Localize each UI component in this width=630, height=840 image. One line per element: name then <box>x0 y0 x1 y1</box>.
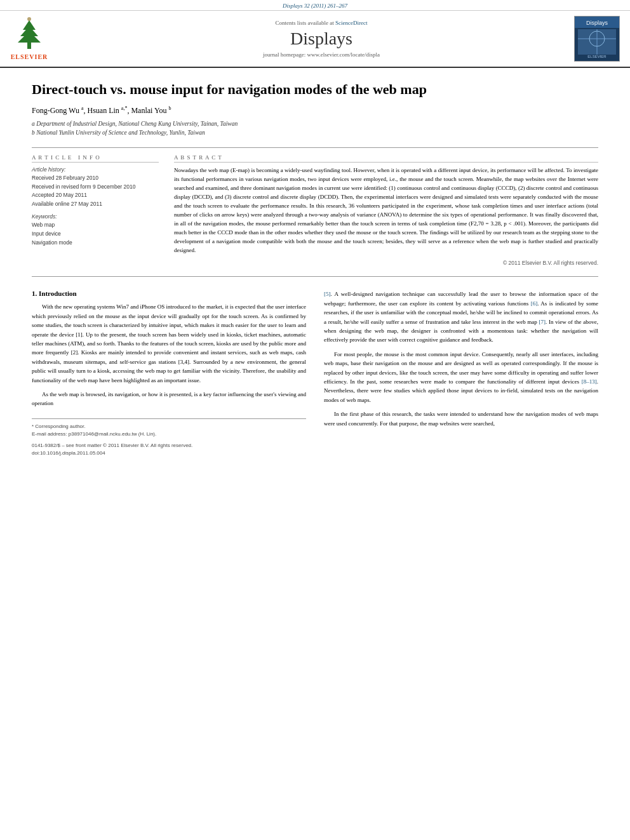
footnote-email: E-mail address: p38971046@mail.ncku.edu.… <box>32 430 306 438</box>
author-names: Fong-Gong Wu a, Hsuan Lin a,*, Manlai Yo… <box>32 106 171 115</box>
accepted-date: Accepted 20 May 2011 <box>32 191 159 200</box>
elsevier-text: ELSEVIER <box>11 53 48 60</box>
article-info-column: A R T I C L E I N F O Article history: R… <box>32 154 159 266</box>
elsevier-logo-area: ELSEVIER <box>10 16 86 62</box>
elsevier-logo: ELSEVIER <box>10 17 48 60</box>
section1-title: 1. Introduction <box>32 290 306 297</box>
journal-header: ELSEVIER Contents lists available at Sci… <box>0 11 630 68</box>
ref-5: [5] <box>324 291 331 297</box>
keyword-1: Web map <box>32 221 159 230</box>
sciencedirect-link[interactable]: ScienceDirect <box>335 20 367 26</box>
keyword-3: Navigation mode <box>32 239 159 248</box>
journal-reference: Displays 32 (2011) 261–267 <box>0 0 630 11</box>
body-right-para3: In the first phase of this research, the… <box>324 410 598 428</box>
received-date: Received 28 February 2010 <box>32 174 159 183</box>
footnote-star: * Corresponding author. <box>32 423 306 430</box>
svg-text:ELSEVIER: ELSEVIER <box>587 55 607 58</box>
abstract-text: Nowadays the web map (E-map) is becoming… <box>174 166 598 255</box>
sciencedirect-line: Contents lists available at ScienceDirec… <box>276 20 368 26</box>
history-label: Article history: <box>32 166 159 173</box>
journal-title: Displays <box>290 29 352 49</box>
abstract-column: A B S T R A C T Nowadays the web map (E-… <box>174 154 598 266</box>
body-para1: With the new operating systems Win7 and … <box>32 302 306 385</box>
journal-cover: Displays ELSEVIER <box>574 16 620 62</box>
article-dates: Received 28 February 2010 Received in re… <box>32 174 159 208</box>
abstract-heading: A B S T R A C T <box>174 154 598 163</box>
journal-title-area: Contents lists available at ScienceDirec… <box>86 16 556 62</box>
main-content: Direct-touch vs. mouse input for navigat… <box>0 68 630 470</box>
article-body: 1. Introduction With the new operating s… <box>32 290 598 457</box>
copyright: © 2011 Elsevier B.V. All rights reserved… <box>174 260 598 266</box>
body-left-column: 1. Introduction With the new operating s… <box>32 290 306 457</box>
affiliation-b: b National Yunlin University of Science … <box>32 128 598 137</box>
received-revised-date: Received in revised form 9 December 2010 <box>32 183 159 192</box>
ref-8-13: [8–13] <box>582 378 597 385</box>
footnote-area: * Corresponding author. E-mail address: … <box>32 418 306 457</box>
footnote-bottom: 0141-9382/$ – see front matter © 2011 El… <box>32 442 306 457</box>
body-right-para1: [5]. A well-designed navigation techniqu… <box>324 290 598 344</box>
ref-7: [7] <box>539 319 546 325</box>
keywords-label: Keywords: <box>32 213 159 220</box>
keywords-list: Web map Input device Navigation mode <box>32 221 159 247</box>
article-title: Direct-touch vs. mouse input for navigat… <box>32 81 598 99</box>
affiliations: a Department of Industrial Design, Natio… <box>32 119 598 138</box>
keyword-2: Input device <box>32 230 159 239</box>
article-info-heading: A R T I C L E I N F O <box>32 154 159 163</box>
svg-point-4 <box>27 17 31 21</box>
divider <box>32 147 598 148</box>
ref-6: [6] <box>531 300 538 307</box>
svg-marker-3 <box>18 31 41 43</box>
body-columns: 1. Introduction With the new operating s… <box>32 290 598 457</box>
journal-cover-area: Displays ELSEVIER <box>556 16 620 62</box>
body-para2: As the web map is browsed, its navigatio… <box>32 390 306 408</box>
affiliation-a: a Department of Industrial Design, Natio… <box>32 119 598 128</box>
authors: Fong-Gong Wu a, Hsuan Lin a,*, Manlai Yo… <box>32 105 598 116</box>
journal-homepage: journal homepage: www.elsevier.com/locat… <box>263 51 380 58</box>
svg-text:Displays: Displays <box>586 20 608 26</box>
cover-image-icon: Displays ELSEVIER <box>575 17 619 61</box>
info-abstract-row: A R T I C L E I N F O Article history: R… <box>32 154 598 266</box>
elsevier-tree-icon <box>10 17 48 52</box>
body-right-column: [5]. A well-designed navigation techniqu… <box>324 290 598 457</box>
body-right-para2: For most people, the mouse is the most c… <box>324 350 598 404</box>
available-date: Available online 27 May 2011 <box>32 200 159 209</box>
divider-2 <box>32 276 598 277</box>
